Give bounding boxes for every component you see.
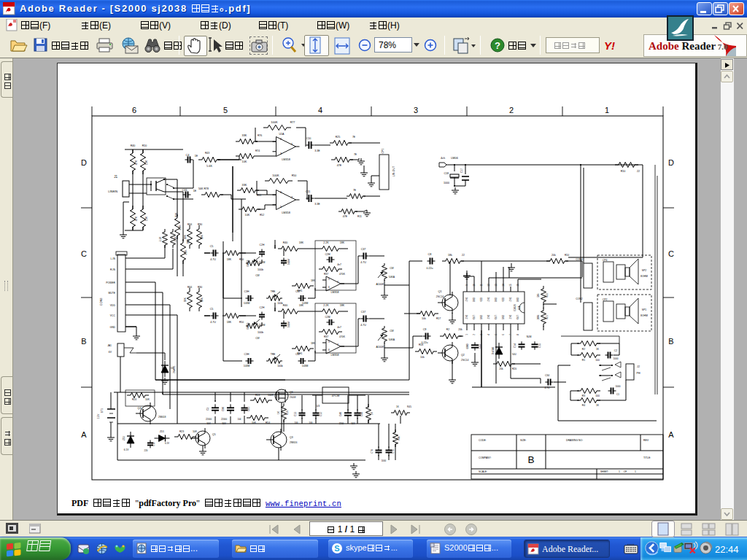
svg-text:REV:: REV:	[643, 439, 649, 442]
svg-text:22000: 22000	[221, 418, 228, 421]
svg-text:1K: 1K	[371, 411, 374, 415]
svg-text:-CH1: -CH1	[465, 297, 468, 302]
svg-text:GND: GND	[495, 298, 498, 302]
svg-text:NUM: NUM	[527, 335, 532, 338]
svg-text:R52: R52	[260, 214, 264, 217]
svg-text:10K: 10K	[184, 234, 187, 239]
svg-text:18K: 18K	[299, 241, 304, 244]
svg-text:1000: 1000	[444, 182, 449, 184]
svg-text:C13: C13	[294, 412, 297, 416]
svg-text:C32: C32	[295, 290, 300, 293]
svg-text:2.2K: 2.2K	[323, 241, 329, 244]
svg-text:R44: R44	[187, 223, 192, 226]
svg-text:103M: 103M	[244, 302, 250, 305]
svg-text:100b: 100b	[258, 268, 263, 271]
svg-text:1: 1	[635, 470, 636, 473]
svg-text:4: 4	[487, 334, 490, 335]
svg-text:1000: 1000	[613, 357, 618, 360]
svg-text:C17: C17	[460, 168, 463, 173]
svg-text:6V: 6V	[109, 351, 112, 354]
svg-text:R21: R21	[546, 315, 549, 319]
svg-text:U1A: U1A	[279, 133, 285, 136]
svg-text:18K: 18K	[299, 304, 304, 307]
svg-text:47E: 47E	[337, 164, 342, 167]
svg-text:R24: R24	[132, 398, 136, 401]
svg-text:-CH2: -CH2	[487, 314, 490, 319]
svg-text:R17: R17	[436, 317, 441, 320]
svg-text:103M: 103M	[287, 322, 290, 327]
svg-text:470K: 470K	[339, 273, 346, 276]
svg-text:R77: R77	[290, 121, 295, 124]
svg-text:1K: 1K	[396, 405, 400, 408]
svg-text:6: 6	[328, 349, 330, 351]
svg-text:2.2K: 2.2K	[159, 236, 162, 241]
svg-text:C: C	[668, 249, 674, 258]
svg-text:5.6K: 5.6K	[206, 165, 212, 168]
svg-text:4.7U: 4.7U	[360, 261, 366, 264]
svg-text:A100K: A100K	[376, 283, 384, 286]
svg-text:2: 2	[509, 106, 514, 114]
svg-text:22000: 22000	[206, 418, 212, 421]
svg-text:1K: 1K	[277, 411, 280, 414]
svg-text:R30: R30	[198, 286, 202, 289]
svg-text:4.7U: 4.7U	[210, 258, 216, 261]
svg-text:C3: C3	[206, 408, 209, 411]
svg-text:OF: OF	[624, 470, 627, 473]
svg-text:6: 6	[502, 334, 505, 335]
svg-text:CP4: CP4	[603, 259, 608, 262]
svg-text:Q6: Q6	[290, 391, 293, 394]
svg-text:C1: C1	[616, 393, 619, 396]
svg-text:2.2K: 2.2K	[179, 225, 182, 230]
svg-text:50k: 50k	[537, 293, 540, 298]
svg-text:CON3: CON3	[100, 298, 103, 306]
svg-text:R18: R18	[419, 343, 423, 346]
svg-text:R40: R40	[283, 304, 288, 307]
svg-text:CW: CW	[255, 337, 260, 340]
svg-text:2SC14: 2SC14	[436, 295, 444, 298]
svg-text:50KA: 50KA	[389, 338, 395, 341]
svg-text:10K: 10K	[201, 234, 204, 239]
svg-text:R16: R16	[286, 411, 289, 415]
svg-text:R45: R45	[407, 405, 411, 408]
svg-text:BT1: BT1	[101, 408, 104, 413]
svg-text:-CH2: -CH2	[465, 314, 468, 319]
svg-text:6.1V: 6.1V	[124, 448, 129, 451]
svg-text:R50: R50	[292, 174, 297, 177]
svg-text:1: 1	[291, 142, 293, 146]
svg-text:LM358: LM358	[282, 158, 290, 161]
svg-text:5: 5	[328, 278, 330, 281]
svg-text:R3: R3	[582, 394, 585, 397]
svg-text:SP1: SP1	[642, 308, 647, 311]
svg-text:VDD: VDD	[110, 304, 116, 307]
svg-text:VCC: VCC	[110, 314, 116, 317]
svg-text:A: A	[668, 430, 674, 439]
svg-text:7E: 7E	[352, 136, 356, 139]
svg-text:50U: 50U	[512, 353, 517, 356]
svg-text:100K: 100K	[271, 120, 278, 124]
svg-text:C37: C37	[361, 311, 366, 314]
svg-text:47E: 47E	[343, 215, 348, 218]
svg-text:47K: 47K	[135, 216, 138, 221]
svg-text:7: 7	[337, 343, 338, 346]
svg-text:100: 100	[595, 359, 600, 362]
svg-text:OUT: OUT	[516, 315, 519, 319]
svg-text:E2028: E2028	[514, 304, 516, 311]
svg-text:22: 22	[637, 170, 640, 173]
svg-text:50KA: 50KA	[389, 276, 395, 279]
svg-text:1K: 1K	[596, 404, 600, 407]
svg-text:BASS: BASS	[247, 322, 249, 330]
svg-text:C34: C34	[545, 374, 549, 377]
svg-text:COMPANY:: COMPANY:	[479, 456, 492, 459]
svg-text:R50: R50	[239, 321, 244, 324]
svg-text:6.1V: 6.1V	[165, 442, 169, 445]
svg-text:8OHM: 8OHM	[640, 275, 648, 278]
svg-text:103M: 103M	[287, 259, 290, 265]
svg-text:SIZE:: SIZE:	[520, 439, 527, 442]
svg-text:2.2K: 2.2K	[174, 236, 177, 241]
svg-text:BASS: BASS	[247, 260, 249, 267]
svg-text:R10: R10	[565, 254, 569, 257]
svg-text:R2: R2	[582, 348, 585, 351]
svg-text:Q1: Q1	[438, 290, 441, 293]
svg-text:GND: GND	[473, 298, 476, 302]
svg-text:B: B	[81, 337, 86, 346]
